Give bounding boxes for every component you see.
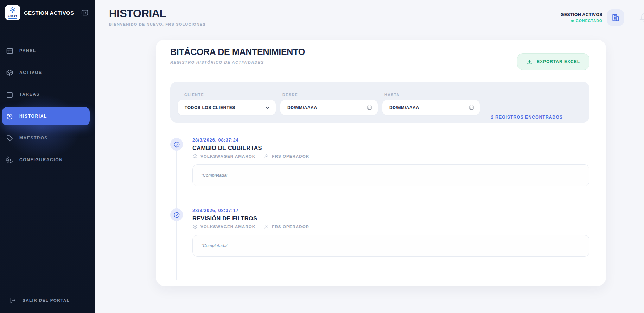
gear-icon — [6, 156, 13, 164]
entry-operator: FRS OPERADOR — [264, 224, 309, 229]
sidebar-item-tareas[interactable]: TAREAS — [2, 85, 90, 104]
client-field: CLIENTE TODOS LOS CLIENTES — [178, 93, 276, 115]
client-label: CLIENTE — [184, 93, 276, 97]
box-icon — [192, 224, 198, 229]
export-excel-label: EXPORTAR EXCEL — [537, 59, 580, 64]
card-subtitle: REGISTRO HISTÓRICO DE ACTIVIDADES — [170, 60, 305, 64]
bell-icon[interactable] — [639, 13, 644, 22]
sidebar-item-maestros[interactable]: MAESTROS — [2, 129, 90, 147]
sidebar-item-historial[interactable]: HISTORIAL — [2, 107, 90, 125]
date-from-box — [280, 100, 378, 115]
panel-icon — [6, 47, 13, 55]
date-to-input[interactable] — [389, 105, 469, 110]
entry-asset: VOLKSWAGEN AMAROK — [192, 154, 255, 159]
entry-timestamp: 28/3/2026, 08:37:24 — [192, 138, 589, 143]
date-to-field: HASTA — [378, 93, 480, 115]
log-entry-content: 28/3/2026, 08:37:24 CAMBIO DE CUBIERTAS … — [192, 138, 589, 186]
log-entry-content: 28/3/2026, 08:37:17 REVISIÓN DE FILTROS … — [192, 208, 589, 257]
building-icon — [611, 13, 620, 22]
status-label: CONECTADO — [576, 19, 602, 23]
person-icon — [264, 154, 269, 159]
entry-operator: FRS OPERADOR — [264, 154, 309, 159]
date-from-label: DESDE — [282, 93, 378, 97]
entry-meta: VOLKSWAGEN AMAROK FRS OPERADOR — [192, 224, 589, 229]
log-entry: 28/3/2026, 08:37:17 REVISIÓN DE FILTROS … — [170, 208, 589, 257]
check-circle-icon — [170, 138, 183, 151]
sidebar-item-label: HISTORIAL — [19, 114, 47, 119]
account-info: GESTION ACTIVOS CONECTADO — [561, 12, 602, 23]
entry-asset-label: VOLKSWAGEN AMAROK — [200, 225, 255, 229]
sidebar-item-label: CONFIGURACIÓN — [19, 157, 63, 162]
sidebar: ASSET GESTION ACTIVOS PANEL ACTIVOS TARE… — [0, 0, 95, 313]
box-icon — [192, 154, 198, 159]
entry-title: CAMBIO DE CUBIERTAS — [192, 144, 589, 151]
box-icon — [6, 69, 13, 76]
entry-note: "Completada" — [192, 164, 589, 186]
tag-icon — [6, 134, 13, 142]
sidebar-item-label: TAREAS — [19, 92, 40, 97]
logo-bar — [8, 18, 17, 19]
logout-label: SALIR DEL PORTAL — [23, 298, 70, 302]
entry-operator-label: FRS OPERADOR — [272, 154, 309, 158]
chevron-down-icon — [265, 105, 270, 110]
export-excel-button[interactable]: EXPORTAR EXCEL — [517, 53, 589, 70]
sidebar-collapse-icon[interactable] — [81, 9, 90, 17]
download-icon — [527, 59, 533, 65]
card-title-block: BITÁCORA DE MANTENIMIENTO REGISTRO HISTÓ… — [170, 47, 305, 64]
check-circle-icon — [170, 208, 183, 221]
results-count: 2 REGISTROS ENCONTRADOS — [491, 115, 563, 120]
history-icon — [6, 113, 13, 120]
entry-note: "Completada" — [192, 235, 589, 257]
gear-logo-icon — [9, 7, 16, 15]
calendar-small-icon[interactable] — [367, 105, 372, 110]
card-header: BITÁCORA DE MANTENIMIENTO REGISTRO HISTÓ… — [170, 47, 589, 70]
header-divider — [632, 10, 632, 26]
entry-meta: VOLKSWAGEN AMAROK FRS OPERADOR — [192, 154, 589, 159]
sidebar-item-label: PANEL — [19, 48, 36, 53]
logout-button[interactable]: SALIR DEL PORTAL — [0, 289, 95, 313]
client-select[interactable]: TODOS LOS CLIENTES — [178, 100, 276, 115]
sidebar-item-panel[interactable]: PANEL — [2, 42, 90, 60]
status-dot — [571, 20, 574, 22]
logout-icon — [9, 297, 16, 304]
entry-timestamp: 28/3/2026, 08:37:17 — [192, 208, 589, 213]
main-content: HISTORIAL BIENVENIDO DE NUEVO, FRS SOLUC… — [95, 0, 644, 313]
sidebar-item-configuracion[interactable]: CONFIGURACIÓN — [2, 151, 90, 169]
organization-button[interactable] — [607, 9, 624, 26]
sidebar-nav: PANEL ACTIVOS TAREAS HISTORIAL MAESTROS — [0, 42, 95, 169]
date-from-input[interactable] — [287, 105, 367, 110]
app-name: GESTION ACTIVOS — [24, 10, 81, 16]
date-to-label: HASTA — [384, 93, 480, 97]
filter-bar: CLIENTE TODOS LOS CLIENTES DESDE — [170, 82, 589, 123]
brand-row: ASSET GESTION ACTIVOS — [0, 0, 95, 20]
maintenance-log-card: BITÁCORA DE MANTENIMIENTO REGISTRO HISTÓ… — [156, 40, 606, 286]
entry-title: REVISIÓN DE FILTROS — [192, 215, 589, 222]
sidebar-item-activos[interactable]: ACTIVOS — [2, 63, 90, 82]
card-title: BITÁCORA DE MANTENIMIENTO — [170, 47, 305, 57]
sidebar-item-label: MAESTROS — [19, 136, 48, 140]
calendar-small-icon[interactable] — [469, 105, 474, 110]
calendar-icon — [6, 91, 13, 98]
entry-operator-label: FRS OPERADOR — [272, 225, 309, 229]
app-logo: ASSET — [5, 5, 20, 20]
sidebar-item-label: ACTIVOS — [19, 70, 42, 75]
logo-wordmark: ASSET — [8, 15, 17, 18]
person-icon — [264, 224, 269, 229]
header-right: GESTION ACTIVOS CONECTADO — [561, 9, 644, 26]
account-name: GESTION ACTIVOS — [561, 12, 602, 17]
activity-timeline: 28/3/2026, 08:37:24 CAMBIO DE CUBIERTAS … — [170, 138, 589, 257]
client-select-value: TODOS LOS CLIENTES — [185, 105, 235, 110]
log-entry: 28/3/2026, 08:37:24 CAMBIO DE CUBIERTAS … — [170, 138, 589, 186]
entry-asset: VOLKSWAGEN AMAROK — [192, 224, 255, 229]
date-to-box — [382, 100, 480, 115]
connection-status: CONECTADO — [561, 19, 602, 23]
date-from-field: DESDE — [276, 93, 378, 115]
entry-asset-label: VOLKSWAGEN AMAROK — [200, 154, 255, 158]
